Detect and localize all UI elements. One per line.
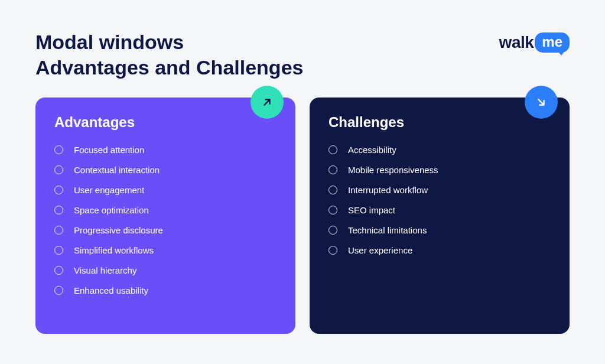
list-item: Accessibility <box>328 145 551 155</box>
cards-row: Advantages Focused attention Contextual … <box>35 98 570 334</box>
page-title: Modal windows Advantages and Challenges <box>35 30 303 80</box>
list-item: Focused attention <box>54 145 277 155</box>
walkme-logo: walk me <box>499 32 570 53</box>
list-item: Progressive disclosure <box>54 225 277 235</box>
bullet-icon <box>54 226 63 235</box>
list-item-label: Mobile responsiveness <box>348 165 438 175</box>
bullet-icon <box>54 186 63 194</box>
page-container: Modal windows Advantages and Challenges … <box>0 0 605 364</box>
challenges-card: Challenges Accessibility Mobile responsi… <box>310 98 570 334</box>
list-item-label: Visual hierarchy <box>74 265 136 275</box>
bullet-icon <box>54 286 63 295</box>
list-item: SEO impact <box>328 205 551 215</box>
list-item: User experience <box>328 245 551 255</box>
list-item-label: SEO impact <box>348 205 395 215</box>
list-item-label: Focused attention <box>74 145 144 155</box>
list-item: Enhanced usability <box>54 285 277 295</box>
list-item: Contextual interaction <box>54 165 277 175</box>
list-item-label: User engagement <box>74 185 144 195</box>
bullet-icon <box>54 206 63 214</box>
arrow-down-right-icon <box>525 86 558 119</box>
list-item-label: Simplified workflows <box>74 245 154 255</box>
advantages-title: Advantages <box>54 114 277 131</box>
list-item: User engagement <box>54 185 277 195</box>
challenges-list: Accessibility Mobile responsiveness Inte… <box>328 145 551 255</box>
header: Modal windows Advantages and Challenges … <box>35 30 570 80</box>
bullet-icon <box>54 246 63 255</box>
bullet-icon <box>54 165 63 174</box>
bullet-icon <box>54 266 63 275</box>
list-item-label: Enhanced usability <box>74 285 148 295</box>
list-item: Interrupted workflow <box>328 185 551 195</box>
bullet-icon <box>328 226 337 235</box>
title-line-1: Modal windows <box>35 31 184 53</box>
bullet-icon <box>328 246 337 255</box>
list-item: Mobile responsiveness <box>328 165 551 175</box>
list-item: Visual hierarchy <box>54 265 277 275</box>
list-item-label: Progressive disclosure <box>74 225 163 235</box>
logo-text-walk: walk <box>499 33 534 52</box>
list-item-label: Interrupted workflow <box>348 185 428 195</box>
bullet-icon <box>54 145 63 154</box>
bullet-icon <box>328 206 337 214</box>
list-item: Technical limitations <box>328 225 551 235</box>
arrow-up-right-icon <box>251 86 284 119</box>
list-item-label: Contextual interaction <box>74 165 160 175</box>
challenges-title: Challenges <box>328 114 551 131</box>
list-item-label: Space optimization <box>74 205 149 215</box>
list-item: Simplified workflows <box>54 245 277 255</box>
list-item: Space optimization <box>54 205 277 215</box>
advantages-card: Advantages Focused attention Contextual … <box>35 98 295 334</box>
bullet-icon <box>328 145 337 154</box>
bullet-icon <box>328 186 337 194</box>
bullet-icon <box>328 165 337 174</box>
title-line-2: Advantages and Challenges <box>35 56 303 79</box>
advantages-list: Focused attention Contextual interaction… <box>54 145 277 295</box>
logo-text-me: me <box>535 32 570 53</box>
list-item-label: Accessibility <box>348 145 396 155</box>
list-item-label: User experience <box>348 245 412 255</box>
list-item-label: Technical limitations <box>348 225 427 235</box>
